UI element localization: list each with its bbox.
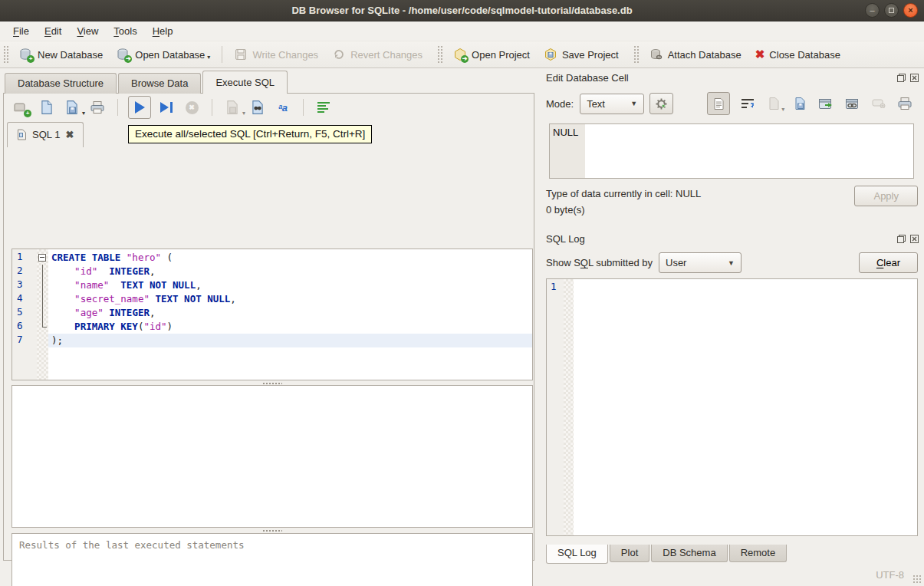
chevron-down-icon: ▼	[728, 259, 735, 267]
cell-size-info: 0 byte(s)	[546, 202, 701, 218]
sql-doc-tab[interactable]: SQL 1 ✖	[7, 122, 84, 147]
minimize-icon[interactable]: –	[865, 3, 880, 18]
float-dock-icon[interactable]	[896, 234, 906, 244]
sql-code[interactable]: CREATE TABLE "hero" ( "id" INTEGER, "nam…	[48, 249, 532, 380]
gear-icon	[655, 97, 668, 110]
format-sql-button[interactable]	[314, 97, 334, 117]
sql-toolbar: + ▾ ✖ ▾ ᵃa	[4, 94, 534, 121]
sql-log-title: SQL Log	[546, 233, 896, 245]
tab-db-schema[interactable]: DB Schema	[651, 545, 727, 562]
close-sql-tab-icon[interactable]: ✖	[65, 129, 74, 140]
execute-sql-pane: + ▾ ✖ ▾ ᵃa	[3, 93, 534, 561]
tab-database-structure[interactable]: Database Structure	[5, 73, 117, 94]
code-line: "age" INTEGER,	[48, 306, 532, 320]
open-project-button[interactable]: ➔ Open Project	[446, 44, 537, 65]
import-data-button: ▾	[765, 94, 782, 114]
menu-tools[interactable]: Tools	[107, 23, 143, 39]
toolbar-drag-handle[interactable]	[633, 45, 640, 64]
close-icon[interactable]: ×	[903, 3, 918, 18]
maximize-icon[interactable]	[884, 3, 899, 18]
close-dock-icon[interactable]	[909, 234, 919, 244]
chevron-down-icon: ▼	[630, 100, 637, 107]
execute-line-button[interactable]	[156, 97, 176, 117]
sql-log-filter-row: Show SQL submitted by User ▼ Clear	[546, 252, 918, 273]
revert-changes-icon	[332, 48, 346, 61]
menu-help[interactable]: Help	[146, 23, 180, 39]
fold-margin[interactable]	[37, 249, 48, 380]
text-mode-button[interactable]	[707, 92, 730, 115]
open-database-button[interactable]: ➔ Open Database ▾	[110, 44, 217, 65]
code-line: CREATE TABLE "hero" (	[48, 251, 532, 265]
menubar: File Edit View Tools Help	[0, 21, 924, 41]
play-icon	[135, 101, 145, 114]
stop-button: ✖	[182, 97, 202, 117]
menu-view[interactable]: View	[70, 23, 105, 39]
write-changes-icon	[234, 48, 248, 61]
titlebar[interactable]: DB Browser for SQLite - /home/user/code/…	[0, 0, 924, 21]
dock-tabbar: SQL Log Plot DB Schema Remote	[546, 545, 921, 564]
open-project-icon: ➔	[453, 48, 467, 61]
toolbar-drag-handle[interactable]	[3, 45, 9, 64]
main-tabbar: Database Structure Browse Data Execute S…	[5, 71, 289, 94]
splitter-handle[interactable]	[12, 528, 533, 532]
replace-button[interactable]: ᵃa	[273, 97, 293, 117]
new-sql-tab-button[interactable]: +	[12, 97, 31, 117]
main-toolbar: + New Database ➔ Open Database ▾ Write C…	[0, 41, 924, 68]
open-sql-file-button[interactable]	[37, 97, 57, 117]
print-cell-button[interactable]	[896, 94, 913, 114]
word-wrap-button[interactable]	[740, 96, 755, 111]
encoding-indicator[interactable]: UTF-8	[876, 569, 904, 581]
edit-cell-titlebar: Edit Database Cell	[539, 69, 921, 86]
tab-plot[interactable]: Plot	[610, 545, 649, 562]
cell-info-row: Type of data currently in cell: NULL 0 b…	[546, 186, 918, 218]
print-button[interactable]	[87, 97, 107, 117]
cell-mode-row: Mode: Text ▼ ▾	[546, 92, 918, 115]
apply-button: Apply	[854, 186, 918, 206]
save-project-button[interactable]: Save Project	[537, 44, 626, 65]
clear-log-button[interactable]: Clear	[859, 252, 918, 273]
copy-link-button[interactable]	[844, 94, 861, 114]
open-database-dropdown-icon[interactable]: ▾	[207, 54, 210, 61]
find-button[interactable]	[248, 97, 268, 117]
new-database-icon: +	[19, 48, 33, 61]
sql-log-editor[interactable]: 1	[546, 278, 918, 536]
submitter-combobox[interactable]: User ▼	[659, 252, 742, 273]
close-database-button[interactable]: ✖ Close Database	[748, 44, 847, 65]
cell-value-editor[interactable]: NULL	[549, 123, 914, 179]
sql-editor[interactable]: 12 34 56 7 CREATE TABLE "hero" ( "id" IN…	[12, 249, 533, 380]
resize-grip[interactable]	[912, 574, 922, 584]
save-project-icon	[544, 48, 557, 61]
code-line: "name" TEXT NOT NULL,	[48, 278, 532, 292]
float-dock-icon[interactable]	[896, 73, 906, 83]
tab-sql-log[interactable]: SQL Log	[546, 545, 608, 564]
menu-file[interactable]: File	[6, 23, 36, 39]
menu-edit[interactable]: Edit	[38, 23, 68, 39]
save-sql-dropdown-icon[interactable]: ▾	[82, 110, 85, 117]
set-null-button	[871, 94, 886, 114]
execute-tooltip: Execute all/selected SQL [Ctrl+Return, F…	[128, 125, 372, 143]
tab-browse-data[interactable]: Browse Data	[118, 73, 201, 94]
attach-database-button[interactable]: Attach Database	[643, 44, 748, 65]
open-in-external-app-button[interactable]	[817, 94, 834, 114]
close-dock-icon[interactable]	[909, 73, 919, 83]
results-message-panel[interactable]: Results of the last executed statements	[12, 533, 533, 586]
tab-execute-sql[interactable]: Execute SQL	[202, 71, 288, 94]
save-sql-file-button[interactable]: ▾	[62, 97, 82, 117]
mode-combobox[interactable]: Text ▼	[580, 94, 644, 114]
app-window: DB Browser for SQLite - /home/user/code/…	[0, 0, 924, 586]
code-line: "id" INTEGER,	[48, 265, 532, 278]
log-line-number: 1	[547, 279, 564, 535]
results-grid[interactable]	[12, 385, 533, 528]
edit-cell-title: Edit Database Cell	[546, 72, 896, 84]
export-data-button[interactable]	[792, 94, 807, 114]
mode-label: Mode:	[546, 98, 574, 110]
fold-collapse-icon[interactable]	[38, 254, 46, 262]
execute-all-button[interactable]	[128, 96, 151, 119]
window-title: DB Browser for SQLite - /home/user/code/…	[0, 5, 924, 16]
cell-type-info: Type of data currently in cell: NULL	[546, 186, 701, 202]
tab-remote[interactable]: Remote	[729, 545, 788, 562]
auto-switch-mode-button[interactable]	[649, 93, 673, 114]
revert-changes-button: Revert Changes	[325, 44, 429, 65]
toolbar-drag-handle[interactable]	[437, 45, 443, 64]
new-database-button[interactable]: + New Database	[12, 44, 110, 65]
